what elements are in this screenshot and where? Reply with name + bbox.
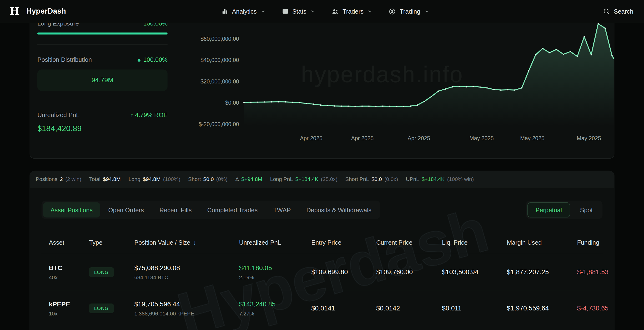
toggle-perpetual[interactable]: Perpetual xyxy=(527,202,570,218)
brand[interactable]: H HyperDash xyxy=(8,4,66,18)
divider xyxy=(38,101,168,101)
overview-panel: Long Exposure 100.00% Position Distribut… xyxy=(30,23,614,159)
cell-liq-price: $0.011 xyxy=(442,304,507,312)
svg-text:$20,000,000.00: $20,000,000.00 xyxy=(200,78,239,85)
divider xyxy=(38,44,168,45)
chevron-down-icon xyxy=(310,9,315,14)
nav-item-analytics[interactable]: Analytics xyxy=(221,8,265,15)
cell-liq-price: $103,500.94 xyxy=(442,268,507,276)
nav-item-stats[interactable]: Stats xyxy=(282,8,315,15)
tabs-row: Asset Positions Open Orders Recent Fills… xyxy=(42,201,602,219)
position-distribution-bar: 94.79M xyxy=(38,69,168,91)
summary-total: Total$94.8M xyxy=(89,176,121,182)
cell-funding: $-1,881.53 xyxy=(577,268,608,276)
search-icon xyxy=(603,8,610,15)
main-content: Long Exposure 100.00% Position Distribut… xyxy=(0,23,644,330)
summary-upnl: UPnL$+184.4K(100% win) xyxy=(406,176,474,182)
header-position-value[interactable]: Position Value / Size ↓ xyxy=(134,239,239,246)
app-viewport: H HyperDash Analytics Stats xyxy=(0,0,644,330)
header-margin-used[interactable]: Margin Used xyxy=(507,239,577,246)
tab-asset-positions[interactable]: Asset Positions xyxy=(43,202,100,218)
svg-text:May 2025: May 2025 xyxy=(520,135,544,141)
tab-twap[interactable]: TWAP xyxy=(266,202,298,218)
chevron-down-icon xyxy=(424,9,429,14)
long-exposure-row: Long Exposure 100.00% xyxy=(38,23,168,28)
positions-table: Asset Type Position Value / Size ↓ Unrea… xyxy=(42,231,602,326)
svg-text:Apr 2025: Apr 2025 xyxy=(300,135,322,141)
nav-label: Traders xyxy=(342,8,364,15)
nav-label: Analytics xyxy=(232,8,257,15)
overview-stats-column: Long Exposure 100.00% Position Distribut… xyxy=(30,23,175,158)
stats-card-icon xyxy=(282,8,289,15)
summary-short: Short$0.0(0%) xyxy=(188,176,228,182)
svg-text:$-20,000,000.00: $-20,000,000.00 xyxy=(199,121,239,127)
bar-chart-icon xyxy=(221,8,228,15)
position-row-btc[interactable]: BTC 40x LONG $75,088,290.08 684.1134 BTC… xyxy=(42,254,602,290)
traders-people-icon xyxy=(332,8,339,15)
navbar: H HyperDash Analytics Stats xyxy=(0,0,644,23)
pnl-chart[interactable]: $60,000,000.00$40,000,000.00$20,000,000.… xyxy=(178,23,614,144)
positions-panel: Positions2(2 win) Total$94.8M Long$94.8M… xyxy=(30,171,614,330)
long-exposure-value: 100.00% xyxy=(143,23,168,28)
svg-text:$60,000,000.00: $60,000,000.00 xyxy=(200,36,239,42)
header-funding[interactable]: Funding xyxy=(577,239,599,246)
cell-margin-used: $1,877,207.25 xyxy=(507,268,577,276)
cell-unrealized-pnl: $143,240.85 7.27% xyxy=(239,300,312,316)
hyperdash-logo-icon: H xyxy=(8,4,20,18)
long-badge: LONG xyxy=(89,303,114,313)
nav-label: Stats xyxy=(292,8,306,15)
cell-position-value: $19,705,596.44 1,388,696,014.00 kPEPE xyxy=(134,300,239,316)
cell-current-price: $109,760.00 xyxy=(376,268,442,276)
search-button[interactable]: Search xyxy=(603,8,636,15)
header-entry-price[interactable]: Entry Price xyxy=(311,239,376,246)
header-current-price[interactable]: Current Price xyxy=(376,239,442,246)
sort-desc-icon: ↓ xyxy=(193,239,196,246)
svg-text:$0.00: $0.00 xyxy=(225,100,239,106)
long-exposure-progress xyxy=(38,33,168,35)
cell-type: LONG xyxy=(89,267,134,277)
header-unrealized-pnl[interactable]: Unrealized PnL xyxy=(239,239,312,246)
table-header-row: Asset Type Position Value / Size ↓ Unrea… xyxy=(42,231,602,254)
toggle-spot[interactable]: Spot xyxy=(572,202,601,218)
cell-entry-price: $0.0141 xyxy=(311,304,376,312)
svg-text:Apr 2025: Apr 2025 xyxy=(351,135,374,141)
cell-current-price: $0.0142 xyxy=(376,304,442,312)
distribution-box-value: 94.79M xyxy=(92,77,113,84)
dollar-circle-icon xyxy=(389,8,396,15)
tab-deposits-withdrawals[interactable]: Deposits & Withdrawals xyxy=(299,202,379,218)
summary-short-pnl: Short PnL$0.0(0.0x) xyxy=(345,176,398,182)
svg-text:Apr 2025: Apr 2025 xyxy=(408,135,430,141)
nav-item-traders[interactable]: Traders xyxy=(332,8,372,15)
svg-text:May 2025: May 2025 xyxy=(576,135,601,141)
chevron-down-icon xyxy=(368,9,372,14)
cell-asset: BTC 40x xyxy=(49,264,89,280)
tab-open-orders[interactable]: Open Orders xyxy=(101,202,151,218)
tab-recent-fills[interactable]: Recent Fills xyxy=(152,202,199,218)
nav-label: Trading xyxy=(400,8,420,15)
search-label: Search xyxy=(614,8,633,15)
tab-completed-trades[interactable]: Completed Trades xyxy=(200,202,265,218)
cell-position-value: $75,088,290.08 684.1134 BTC xyxy=(134,264,239,280)
market-toggle: Perpetual Spot xyxy=(526,201,602,219)
cell-entry-price: $109,699.80 xyxy=(311,268,376,276)
summary-long-pnl: Long PnL$+184.4K(25.0x) xyxy=(270,176,338,182)
nav-item-trading[interactable]: Trading xyxy=(389,8,429,15)
cell-margin-used: $1,970,559.64 xyxy=(507,304,577,312)
summary-delta: Δ$+94.8M xyxy=(235,176,262,182)
cell-funding: $-4,730.65 xyxy=(577,304,608,312)
pnl-chart-area: hyperdash.info $60,000,000.00$40,000,000… xyxy=(175,23,614,158)
header-asset[interactable]: Asset xyxy=(49,239,89,246)
position-distribution-label: Position Distribution xyxy=(38,56,92,64)
position-distribution-row: Position Distribution 100.00% xyxy=(38,56,168,64)
header-liq-price[interactable]: Liq. Price xyxy=(442,239,507,246)
chevron-down-icon xyxy=(261,9,265,14)
roe-value: ↑ 4.79% ROE xyxy=(130,111,168,119)
brand-name: HyperDash xyxy=(26,7,66,16)
long-exposure-progress-fill xyxy=(38,33,168,35)
summary-positions: Positions2(2 win) xyxy=(36,176,81,182)
position-distribution-value: 100.00% xyxy=(138,56,168,64)
position-row-kpepe[interactable]: kPEPE 10x LONG $19,705,596.44 1,388,696,… xyxy=(42,290,602,326)
cell-asset: kPEPE 10x xyxy=(49,300,89,316)
svg-text:$40,000,000.00: $40,000,000.00 xyxy=(200,57,239,63)
header-type[interactable]: Type xyxy=(89,239,134,246)
